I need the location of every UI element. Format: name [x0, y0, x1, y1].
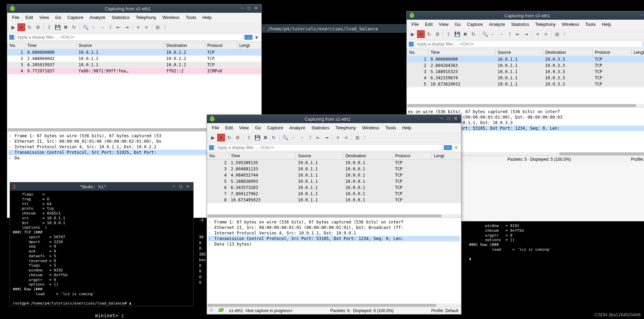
close-icon[interactable]: ✕: [185, 184, 190, 189]
menu-edit[interactable]: Edit: [423, 21, 435, 28]
column-header[interactable]: No.: [8, 42, 25, 49]
column-header[interactable]: Lengt: [632, 49, 644, 56]
menu-tools[interactable]: Tools: [583, 21, 598, 28]
back-button[interactable]: ←: [489, 30, 497, 38]
expand-button[interactable]: 〉: [162, 23, 170, 31]
titlebar-s1[interactable]: Capturing from s1-eth1 − □ ✕: [207, 115, 461, 123]
menubar[interactable]: FileEditViewGoCaptureAnalyzeStatisticsTe…: [207, 123, 461, 132]
toolbar[interactable]: ▶■↻⚙⇧💾✖↻🔍←→⤴⇤⇥≡≡⊞〉: [7, 22, 261, 33]
save-button[interactable]: 💾: [54, 23, 61, 31]
menu-wireless[interactable]: Wireless: [160, 14, 181, 21]
column-header[interactable]: Time: [428, 49, 496, 56]
menu-analyze[interactable]: Analyze: [487, 21, 507, 28]
find-button[interactable]: 🔍: [481, 30, 489, 38]
start-capture-button[interactable]: ▶: [409, 30, 416, 38]
bookmark-icon[interactable]: [409, 42, 414, 47]
table-row[interactable]: 55.18883899310.0.1.110.0.0.1TCP: [207, 178, 461, 185]
menu-statistics[interactable]: Statistics: [309, 124, 331, 131]
expand-button[interactable]: 〉: [562, 30, 569, 38]
table-row[interactable]: 66.34357320310.0.1.110.0.0.1TCP: [207, 185, 461, 191]
menu-file[interactable]: File: [10, 14, 21, 21]
first-button[interactable]: ⇤: [115, 23, 122, 31]
autoscroll-button[interactable]: ≡: [534, 30, 541, 38]
menu-view[interactable]: View: [37, 14, 51, 21]
minimize-icon[interactable]: −: [171, 184, 177, 189]
table-row[interactable]: 10.00000000010.0.1.110.0.2.2TCP: [8, 49, 261, 56]
filter-input[interactable]: [215, 144, 443, 151]
menu-statistics[interactable]: Statistics: [110, 14, 132, 21]
column-header[interactable]: Time: [25, 42, 76, 49]
column-header[interactable]: Destination: [343, 152, 393, 160]
open-button[interactable]: ⇧: [445, 30, 453, 38]
close-icon[interactable]: ✕: [453, 116, 458, 122]
bookmark-icon[interactable]: [9, 35, 14, 40]
apply-filter-button[interactable]: →: [245, 35, 252, 40]
menubar[interactable]: FileEditViewGoCaptureAnalyzeStatisticsTe…: [407, 20, 644, 29]
menu-telephony[interactable]: Telephony: [134, 14, 158, 21]
maximize-icon[interactable]: □: [178, 184, 184, 189]
last-button[interactable]: ⇥: [522, 30, 530, 38]
options-button[interactable]: ⚙: [434, 30, 441, 38]
table-row[interactable]: 44.08403274410.0.1.110.0.0.1TCP: [207, 172, 461, 178]
minimize-icon[interactable]: −: [239, 6, 245, 11]
last-button[interactable]: ⇥: [323, 134, 330, 141]
packet-list[interactable]: No.TimeSourceDestinationProtocolLengt10.…: [407, 49, 644, 104]
reload-button[interactable]: ↻: [270, 134, 278, 141]
table-row[interactable]: 21.59538913510.0.1.110.0.0.1TCP: [207, 160, 461, 166]
detail-line[interactable]: › Internet Protocol Version 4, Src: 10.0…: [208, 230, 460, 236]
table-row[interactable]: 32.80488113310.0.1.110.0.0.1TCP: [207, 166, 461, 172]
add-filter-button[interactable]: ▾: [254, 34, 259, 41]
column-header[interactable]: Source: [76, 42, 164, 49]
column-header[interactable]: Protocol: [393, 152, 432, 160]
add-filter-button[interactable]: +: [453, 144, 459, 151]
open-button[interactable]: ⇧: [245, 134, 253, 141]
options-button[interactable]: ⚙: [34, 23, 42, 31]
forward-button[interactable]: →: [98, 23, 106, 31]
menu-help[interactable]: Help: [400, 124, 414, 131]
scrollbar-h[interactable]: [407, 104, 644, 107]
detail-line[interactable]: › Frame 1: 67 bytes on wire (536 bits), …: [208, 219, 460, 225]
expand-button[interactable]: 〉: [362, 134, 370, 141]
scrollbar-h[interactable]: [207, 303, 461, 307]
menu-file[interactable]: File: [210, 124, 221, 131]
start-capture-button[interactable]: ▶: [209, 134, 217, 141]
column-header[interactable]: Lengt: [237, 42, 261, 49]
filter-bar[interactable]: → ▾: [7, 33, 261, 42]
stop-capture-button[interactable]: ■: [417, 30, 425, 38]
toolbar[interactable]: ▶■↻⚙⇧💾✖↻🔍←→⤴⇤⇥≡≡⊞〉: [407, 29, 644, 40]
zoom-in-button[interactable]: ⊞: [154, 23, 162, 31]
menu-file[interactable]: File: [409, 21, 421, 28]
menu-go[interactable]: Go: [53, 14, 63, 21]
menu-statistics[interactable]: Statistics: [509, 21, 531, 28]
column-header[interactable]: No.: [207, 152, 229, 160]
packet-details[interactable]: › Frame 1: 67 bytes on wire (536 bits), …: [207, 218, 461, 303]
menubar[interactable]: FileEditViewGoCaptureAnalyzeStatisticsTe…: [7, 13, 261, 22]
first-button[interactable]: ⇤: [514, 30, 522, 38]
titlebar-s2[interactable]: Capturing from s2-eth1 − □ ✕: [7, 4, 261, 13]
menu-help[interactable]: Help: [200, 14, 214, 21]
last-button[interactable]: ⇥: [123, 23, 131, 31]
restart-capture-button[interactable]: ↻: [226, 134, 233, 141]
options-button[interactable]: ⚙: [234, 134, 241, 141]
menu-capture[interactable]: Capture: [465, 21, 485, 28]
column-header[interactable]: Destination: [543, 49, 593, 56]
forward-button[interactable]: →: [498, 30, 505, 38]
menu-go[interactable]: Go: [253, 124, 263, 131]
toolbar[interactable]: ▶■↻⚙⇧💾✖↻🔍←→⤴⇤⇥≡≡⊞〉: [207, 132, 461, 143]
forward-button[interactable]: →: [298, 134, 305, 141]
column-header[interactable]: Destination: [164, 42, 205, 49]
goto-button[interactable]: ⤴: [106, 23, 114, 31]
colorize-button[interactable]: ≡: [143, 23, 150, 31]
colorize-button[interactable]: ≡: [342, 134, 350, 141]
find-button[interactable]: 🔍: [281, 134, 289, 141]
table-row[interactable]: 35.18891532310.0.1.110.0.3.3TCP: [407, 69, 644, 75]
reload-button[interactable]: ↻: [470, 30, 477, 38]
back-button[interactable]: ←: [290, 134, 297, 141]
terminal-titlebar[interactable]: X "Node: h1" − □ ✕: [10, 182, 193, 191]
menu-telephony[interactable]: Telephony: [533, 21, 558, 28]
minimize-icon[interactable]: −: [439, 116, 445, 122]
table-row[interactable]: 10.00000000010.0.1.110.0.3.3TCP: [407, 56, 644, 63]
filter-input[interactable]: [15, 34, 243, 41]
close-file-button[interactable]: ✖: [461, 30, 469, 38]
save-button[interactable]: 💾: [253, 134, 261, 141]
